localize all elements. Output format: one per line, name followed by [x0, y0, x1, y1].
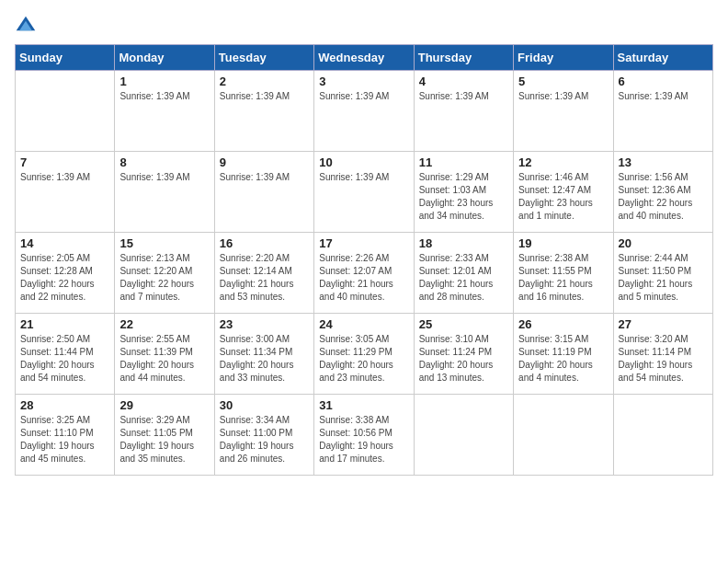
calendar-cell: 13Sunrise: 1:56 AM Sunset: 12:36 AM Dayl… — [613, 152, 712, 233]
calendar-cell: 30Sunrise: 3:34 AM Sunset: 11:00 PM Dayl… — [214, 395, 313, 476]
day-info: Sunrise: 3:05 AM Sunset: 11:29 PM Daylig… — [319, 333, 408, 385]
logo-icon — [15, 15, 37, 37]
calendar-cell — [414, 395, 513, 476]
day-number: 9 — [220, 155, 309, 169]
day-info: Sunrise: 3:38 AM Sunset: 10:56 PM Daylig… — [319, 414, 408, 465]
day-info: Sunrise: 1:39 AM — [20, 171, 109, 184]
logo — [15, 15, 40, 37]
calendar-cell: 26Sunrise: 3:15 AM Sunset: 11:19 PM Dayl… — [514, 314, 613, 395]
header-wednesday: Wednesday — [314, 45, 414, 71]
day-info: Sunrise: 1:39 AM — [220, 90, 309, 103]
week-row-2: 14Sunrise: 2:05 AM Sunset: 12:28 AM Dayl… — [16, 233, 713, 314]
calendar-cell: 9Sunrise: 1:39 AM — [214, 152, 313, 233]
day-info: Sunrise: 1:39 AM — [619, 90, 708, 103]
day-number: 5 — [518, 75, 608, 88]
day-number: 31 — [319, 398, 408, 412]
calendar-cell — [613, 395, 712, 476]
day-number: 7 — [20, 155, 109, 169]
day-info: Sunrise: 1:39 AM — [119, 171, 209, 184]
day-info: Sunrise: 3:25 AM Sunset: 11:10 PM Daylig… — [20, 414, 109, 465]
day-number: 6 — [619, 75, 708, 88]
calendar-cell: 28Sunrise: 3:25 AM Sunset: 11:10 PM Dayl… — [16, 395, 115, 476]
day-info: Sunrise: 1:39 AM — [419, 90, 508, 103]
day-number: 27 — [619, 317, 708, 331]
calendar-cell: 21Sunrise: 2:50 AM Sunset: 11:44 PM Dayl… — [16, 314, 115, 395]
day-number: 11 — [419, 155, 508, 169]
day-number: 22 — [119, 317, 209, 331]
day-number: 2 — [220, 75, 309, 88]
calendar-cell: 7Sunrise: 1:39 AM — [16, 152, 115, 233]
day-number: 16 — [220, 236, 309, 250]
header-monday: Monday — [115, 45, 214, 71]
day-info: Sunrise: 2:20 AM Sunset: 12:14 AM Daylig… — [220, 252, 309, 304]
day-number: 23 — [220, 317, 309, 331]
header-saturday: Saturday — [613, 45, 712, 71]
calendar-cell: 29Sunrise: 3:29 AM Sunset: 11:05 PM Dayl… — [115, 395, 214, 476]
calendar-cell — [514, 395, 613, 476]
day-number: 3 — [319, 75, 408, 88]
calendar-cell: 19Sunrise: 2:38 AM Sunset: 11:55 PM Dayl… — [514, 233, 613, 314]
day-number: 29 — [119, 398, 209, 412]
day-info: Sunrise: 1:39 AM — [319, 171, 408, 184]
calendar-cell: 25Sunrise: 3:10 AM Sunset: 11:24 PM Dayl… — [414, 314, 513, 395]
day-number: 17 — [319, 236, 408, 250]
day-number: 12 — [518, 155, 608, 169]
calendar-cell: 10Sunrise: 1:39 AM — [314, 152, 414, 233]
day-info: Sunrise: 2:05 AM Sunset: 12:28 AM Daylig… — [20, 252, 109, 304]
header — [15, 15, 713, 37]
day-number: 28 — [20, 398, 109, 412]
day-info: Sunrise: 2:50 AM Sunset: 11:44 PM Daylig… — [20, 333, 109, 385]
calendar-cell: 24Sunrise: 3:05 AM Sunset: 11:29 PM Dayl… — [314, 314, 414, 395]
calendar-cell: 17Sunrise: 2:26 AM Sunset: 12:07 AM Dayl… — [314, 233, 414, 314]
day-info: Sunrise: 2:44 AM Sunset: 11:50 PM Daylig… — [619, 252, 708, 304]
calendar-cell: 11Sunrise: 1:29 AM Sunset: 1:03 AM Dayli… — [414, 152, 513, 233]
day-number: 30 — [220, 398, 309, 412]
day-number: 25 — [419, 317, 508, 331]
header-sunday: Sunday — [16, 45, 115, 71]
day-info: Sunrise: 1:39 AM — [319, 90, 408, 103]
calendar-cell: 20Sunrise: 2:44 AM Sunset: 11:50 PM Dayl… — [613, 233, 712, 314]
calendar-cell: 22Sunrise: 2:55 AM Sunset: 11:39 PM Dayl… — [115, 314, 214, 395]
day-info: Sunrise: 1:56 AM Sunset: 12:36 AM Daylig… — [619, 171, 708, 223]
day-info: Sunrise: 2:26 AM Sunset: 12:07 AM Daylig… — [319, 252, 408, 304]
day-number: 24 — [319, 317, 408, 331]
day-info: Sunrise: 2:33 AM Sunset: 12:01 AM Daylig… — [419, 252, 508, 304]
day-number: 26 — [518, 317, 608, 331]
calendar-cell: 3Sunrise: 1:39 AM — [314, 71, 414, 152]
day-info: Sunrise: 3:10 AM Sunset: 11:24 PM Daylig… — [419, 333, 508, 385]
day-number: 10 — [319, 155, 408, 169]
day-info: Sunrise: 3:15 AM Sunset: 11:19 PM Daylig… — [518, 333, 608, 385]
day-number: 21 — [20, 317, 109, 331]
day-info: Sunrise: 3:34 AM Sunset: 11:00 PM Daylig… — [220, 414, 309, 465]
calendar-cell — [16, 71, 115, 152]
day-info: Sunrise: 1:46 AM Sunset: 12:47 AM Daylig… — [518, 171, 608, 223]
week-row-1: 7Sunrise: 1:39 AM8Sunrise: 1:39 AM9Sunri… — [16, 152, 713, 233]
calendar-cell: 14Sunrise: 2:05 AM Sunset: 12:28 AM Dayl… — [16, 233, 115, 314]
day-info: Sunrise: 3:20 AM Sunset: 11:14 PM Daylig… — [619, 333, 708, 385]
day-info: Sunrise: 1:29 AM Sunset: 1:03 AM Dayligh… — [419, 171, 508, 223]
header-tuesday: Tuesday — [214, 45, 313, 71]
day-number: 19 — [518, 236, 608, 250]
calendar-cell: 4Sunrise: 1:39 AM — [414, 71, 513, 152]
day-number: 1 — [119, 75, 209, 88]
day-info: Sunrise: 2:55 AM Sunset: 11:39 PM Daylig… — [119, 333, 209, 385]
calendar-cell: 23Sunrise: 3:00 AM Sunset: 11:34 PM Dayl… — [214, 314, 313, 395]
calendar-cell: 31Sunrise: 3:38 AM Sunset: 10:56 PM Dayl… — [314, 395, 414, 476]
day-info: Sunrise: 3:00 AM Sunset: 11:34 PM Daylig… — [220, 333, 309, 385]
day-number: 18 — [419, 236, 508, 250]
calendar-cell: 5Sunrise: 1:39 AM — [514, 71, 613, 152]
day-info: Sunrise: 2:38 AM Sunset: 11:55 PM Daylig… — [518, 252, 608, 304]
calendar-header-row: SundayMondayTuesdayWednesdayThursdayFrid… — [16, 45, 713, 71]
calendar-cell: 18Sunrise: 2:33 AM Sunset: 12:01 AM Dayl… — [414, 233, 513, 314]
day-number: 4 — [419, 75, 508, 88]
day-info: Sunrise: 2:13 AM Sunset: 12:20 AM Daylig… — [119, 252, 209, 304]
calendar-cell: 8Sunrise: 1:39 AM — [115, 152, 214, 233]
day-number: 8 — [119, 155, 209, 169]
day-number: 13 — [619, 155, 708, 169]
day-info: Sunrise: 1:39 AM — [119, 90, 209, 103]
calendar-cell: 16Sunrise: 2:20 AM Sunset: 12:14 AM Dayl… — [214, 233, 313, 314]
calendar-cell: 2Sunrise: 1:39 AM — [214, 71, 313, 152]
day-info: Sunrise: 1:39 AM — [518, 90, 608, 103]
calendar-cell: 6Sunrise: 1:39 AM — [613, 71, 712, 152]
header-thursday: Thursday — [414, 45, 513, 71]
